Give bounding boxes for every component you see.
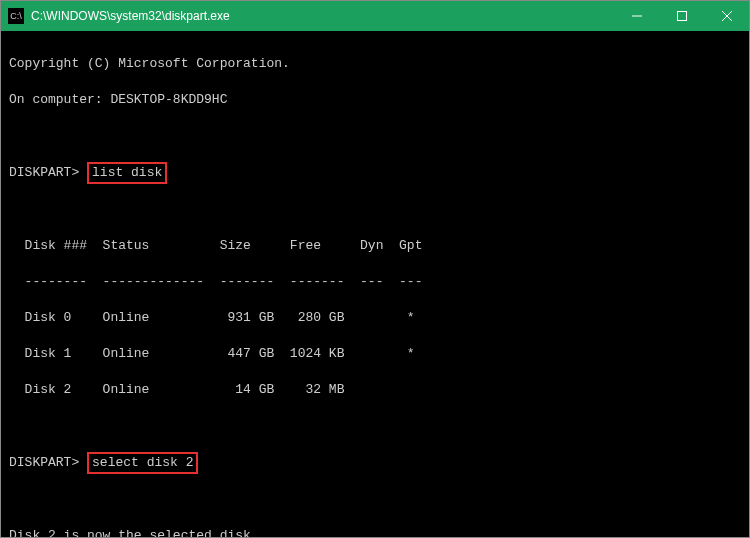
disk-row-2: Disk 2 Online 14 GB 32 MB (9, 381, 741, 399)
disk-row-1: Disk 1 Online 447 GB 1024 KB * (9, 345, 741, 363)
terminal-output[interactable]: Copyright (C) Microsoft Corporation. On … (1, 31, 749, 537)
copyright-line: Copyright (C) Microsoft Corporation. (9, 55, 741, 73)
prompt: DISKPART> (9, 455, 79, 470)
select-disk-message: Disk 2 is now the selected disk. (9, 527, 741, 537)
maximize-button[interactable] (659, 1, 704, 31)
prompt-line-1: DISKPART> list disk (9, 163, 741, 183)
prompt-line-2: DISKPART> select disk 2 (9, 453, 741, 473)
window-title: C:\WINDOWS\system32\diskpart.exe (31, 9, 614, 23)
close-button[interactable] (704, 1, 749, 31)
command-select-disk: select disk 2 (87, 452, 198, 474)
console-icon: C:\ (8, 8, 24, 24)
prompt: DISKPART> (9, 165, 79, 180)
window-controls (614, 1, 749, 31)
computer-line: On computer: DESKTOP-8KDD9HC (9, 91, 741, 109)
disk-table-divider: -------- ------------- ------- ------- -… (9, 273, 741, 291)
window-titlebar[interactable]: C:\ C:\WINDOWS\system32\diskpart.exe (1, 1, 749, 31)
disk-table-header: Disk ### Status Size Free Dyn Gpt (9, 237, 741, 255)
command-list-disk: list disk (87, 162, 167, 184)
disk-row-0: Disk 0 Online 931 GB 280 GB * (9, 309, 741, 327)
svg-rect-1 (677, 12, 686, 21)
minimize-button[interactable] (614, 1, 659, 31)
